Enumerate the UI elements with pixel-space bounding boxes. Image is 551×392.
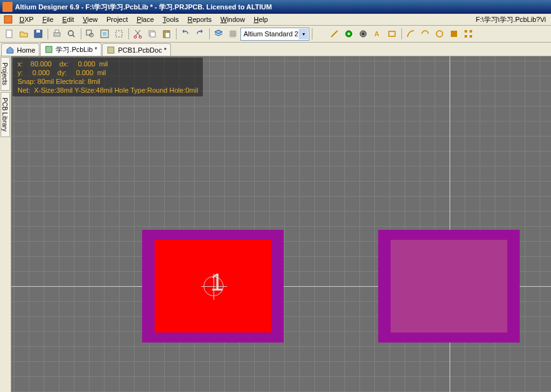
left-panel-tabs: Projects PCB Library (0, 56, 11, 392)
svg-rect-33 (108, 47, 114, 53)
tab-label: Home (17, 46, 35, 54)
svg-rect-0 (4, 16, 12, 23)
svg-point-6 (68, 31, 73, 36)
toolbar: Altium Standard 2D ▾ A (0, 26, 551, 43)
svg-rect-31 (470, 35, 472, 38)
pad-2-copper (391, 240, 507, 333)
place-pad-button[interactable] (342, 27, 356, 41)
save-button[interactable] (31, 27, 45, 41)
place-array-button[interactable] (461, 27, 475, 41)
view-config-combo[interactable]: Altium Standard 2D ▾ (240, 28, 309, 41)
hud-y: y: 0.000 dy: 0.000 mil (18, 68, 198, 77)
zoom-fit-button[interactable] (98, 27, 111, 41)
svg-text:A: A (374, 30, 379, 38)
menu-bar: DXP File Edit View Project Place Tools R… (0, 14, 551, 26)
dxp-icon[interactable] (3, 15, 14, 24)
hud-net: Net: X-Size:38mil Y-Size:48mil Hole Type… (18, 86, 198, 95)
panel-tab-pcblibrary[interactable]: PCB Library (1, 92, 10, 137)
svg-point-23 (362, 33, 364, 35)
window-title: Altium Designer 6.9 - F:\学习\学习.PcbLib * … (15, 3, 272, 12)
hud-x: x: 80.000 dx: 0.000 mil (18, 59, 198, 68)
place-via-button[interactable] (356, 27, 370, 41)
menu-dxp[interactable]: DXP (15, 14, 38, 24)
pad-1-designator: 1 (210, 269, 224, 296)
tab-label: 学习.PcbLib * (56, 45, 97, 54)
preview-button[interactable] (64, 27, 78, 41)
document-tabs: Home 学习.PcbLib * PCB1.PcbDoc * (0, 43, 551, 56)
pcbdoc-icon (106, 46, 115, 54)
svg-rect-12 (116, 31, 122, 37)
new-button[interactable] (3, 27, 16, 41)
grid-button[interactable] (226, 27, 240, 41)
place-circle-button[interactable] (433, 27, 446, 41)
open-button[interactable] (17, 27, 31, 41)
svg-rect-16 (150, 32, 155, 37)
svg-point-26 (436, 31, 443, 37)
layers-button[interactable] (212, 27, 225, 41)
place-fill-button[interactable] (447, 27, 461, 41)
panel-tab-projects[interactable]: Projects (1, 57, 10, 91)
menu-view[interactable]: View (78, 14, 102, 24)
zoom-selected-button[interactable] (112, 27, 126, 41)
print-button[interactable] (50, 27, 64, 41)
cut-button[interactable] (131, 27, 145, 41)
place-rect-button[interactable] (385, 27, 399, 41)
menu-file[interactable]: File (38, 14, 58, 24)
svg-rect-1 (6, 30, 12, 38)
coordinate-hud: x: 80.000 dx: 0.000 mil y: 0.000 dy: 0.0… (13, 58, 203, 96)
svg-rect-30 (465, 35, 467, 38)
svg-rect-3 (36, 30, 40, 33)
app-icon (3, 2, 13, 12)
svg-line-19 (331, 31, 337, 37)
pcblib-icon (44, 45, 53, 54)
place-arc2-button[interactable] (418, 27, 432, 41)
svg-rect-32 (46, 46, 52, 53)
menu-window[interactable]: Window (216, 14, 249, 24)
title-bar: Altium Designer 6.9 - F:\学习\学习.PcbLib * … (0, 0, 551, 14)
tab-pcblib[interactable]: 学习.PcbLib * (40, 43, 101, 56)
svg-line-7 (73, 35, 75, 37)
copy-button[interactable] (145, 27, 159, 41)
svg-rect-11 (103, 32, 106, 36)
view-config-value: Altium Standard 2D (244, 30, 303, 38)
svg-rect-25 (389, 31, 395, 36)
main-area: Projects PCB Library 1 x: 80.000 dx: 0.0… (0, 56, 551, 392)
hud-snap: Snap: 80mil Electrical: 8mil (18, 77, 198, 86)
place-arc-button[interactable] (404, 27, 418, 41)
document-path: F:\学习\学习.PcbLib?Vi (472, 14, 550, 26)
menu-place[interactable]: Place (132, 14, 158, 24)
place-line-button[interactable] (327, 27, 341, 41)
undo-button[interactable] (178, 27, 192, 41)
menu-help[interactable]: Help (249, 14, 272, 24)
svg-rect-18 (165, 33, 170, 38)
chevron-down-icon: ▾ (299, 29, 308, 39)
tab-label: PCB1.PcbDoc * (118, 46, 167, 54)
svg-rect-28 (465, 30, 467, 33)
pcb-canvas[interactable]: 1 x: 80.000 dx: 0.000 mil y: 0.000 dy: 0… (11, 56, 551, 392)
redo-button[interactable] (193, 27, 207, 41)
paste-button[interactable] (160, 27, 173, 41)
tab-home[interactable]: Home (1, 43, 39, 56)
menu-project[interactable]: Project (102, 14, 132, 24)
place-string-button[interactable]: A (371, 27, 384, 41)
home-icon (6, 46, 14, 54)
pad-2-mask[interactable] (378, 230, 520, 343)
tab-pcbdoc[interactable]: PCB1.PcbDoc * (102, 43, 171, 56)
svg-rect-8 (86, 30, 91, 35)
menu-tools[interactable]: Tools (158, 14, 183, 24)
svg-rect-27 (451, 31, 457, 37)
svg-rect-5 (55, 30, 59, 33)
svg-point-21 (348, 33, 350, 35)
zoom-area-button[interactable] (83, 27, 97, 41)
menu-edit[interactable]: Edit (58, 14, 78, 24)
menu-reports[interactable]: Reports (183, 14, 217, 24)
svg-rect-4 (54, 33, 60, 36)
svg-rect-29 (470, 30, 472, 33)
